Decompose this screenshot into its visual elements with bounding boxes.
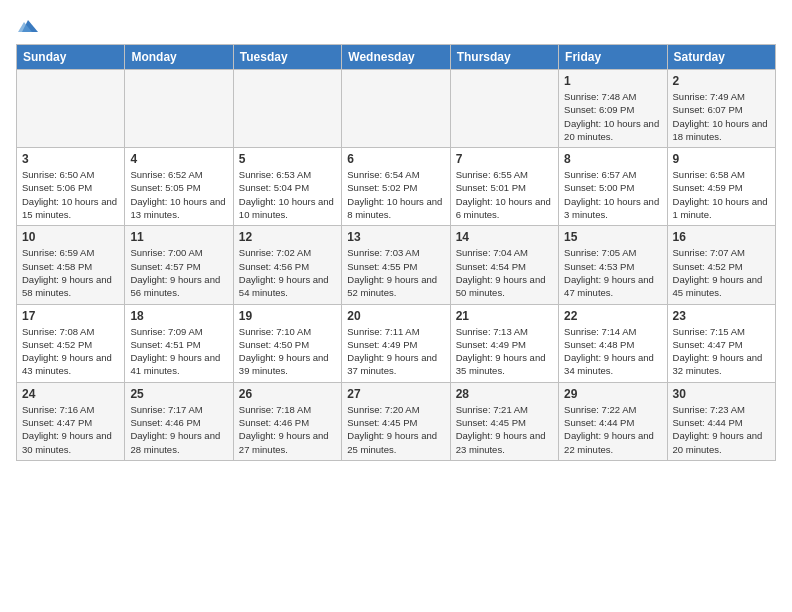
calendar-cell: 6Sunrise: 6:54 AMSunset: 5:02 PMDaylight… bbox=[342, 148, 450, 226]
day-info: Sunrise: 7:10 AMSunset: 4:50 PMDaylight:… bbox=[239, 325, 336, 378]
day-info: Sunrise: 7:17 AMSunset: 4:46 PMDaylight:… bbox=[130, 403, 227, 456]
day-info: Sunrise: 7:13 AMSunset: 4:49 PMDaylight:… bbox=[456, 325, 553, 378]
calendar-week-5: 24Sunrise: 7:16 AMSunset: 4:47 PMDayligh… bbox=[17, 382, 776, 460]
day-number: 14 bbox=[456, 230, 553, 244]
calendar-cell bbox=[125, 70, 233, 148]
calendar-cell: 15Sunrise: 7:05 AMSunset: 4:53 PMDayligh… bbox=[559, 226, 667, 304]
calendar-cell: 18Sunrise: 7:09 AMSunset: 4:51 PMDayligh… bbox=[125, 304, 233, 382]
day-number: 22 bbox=[564, 309, 661, 323]
calendar-cell: 2Sunrise: 7:49 AMSunset: 6:07 PMDaylight… bbox=[667, 70, 775, 148]
day-info: Sunrise: 7:21 AMSunset: 4:45 PMDaylight:… bbox=[456, 403, 553, 456]
day-number: 21 bbox=[456, 309, 553, 323]
day-info: Sunrise: 7:03 AMSunset: 4:55 PMDaylight:… bbox=[347, 246, 444, 299]
calendar-cell: 9Sunrise: 6:58 AMSunset: 4:59 PMDaylight… bbox=[667, 148, 775, 226]
calendar-header-row: SundayMondayTuesdayWednesdayThursdayFrid… bbox=[17, 45, 776, 70]
day-info: Sunrise: 6:57 AMSunset: 5:00 PMDaylight:… bbox=[564, 168, 661, 221]
day-info: Sunrise: 7:11 AMSunset: 4:49 PMDaylight:… bbox=[347, 325, 444, 378]
day-number: 12 bbox=[239, 230, 336, 244]
calendar-cell: 12Sunrise: 7:02 AMSunset: 4:56 PMDayligh… bbox=[233, 226, 341, 304]
calendar-cell: 4Sunrise: 6:52 AMSunset: 5:05 PMDaylight… bbox=[125, 148, 233, 226]
day-number: 3 bbox=[22, 152, 119, 166]
calendar-cell: 29Sunrise: 7:22 AMSunset: 4:44 PMDayligh… bbox=[559, 382, 667, 460]
day-info: Sunrise: 7:14 AMSunset: 4:48 PMDaylight:… bbox=[564, 325, 661, 378]
page-header bbox=[16, 16, 776, 36]
day-header-monday: Monday bbox=[125, 45, 233, 70]
calendar-table: SundayMondayTuesdayWednesdayThursdayFrid… bbox=[16, 44, 776, 461]
day-info: Sunrise: 6:59 AMSunset: 4:58 PMDaylight:… bbox=[22, 246, 119, 299]
day-header-saturday: Saturday bbox=[667, 45, 775, 70]
day-info: Sunrise: 7:07 AMSunset: 4:52 PMDaylight:… bbox=[673, 246, 770, 299]
day-number: 10 bbox=[22, 230, 119, 244]
day-header-tuesday: Tuesday bbox=[233, 45, 341, 70]
day-number: 17 bbox=[22, 309, 119, 323]
logo-icon bbox=[18, 16, 38, 36]
calendar-cell: 28Sunrise: 7:21 AMSunset: 4:45 PMDayligh… bbox=[450, 382, 558, 460]
calendar-cell: 1Sunrise: 7:48 AMSunset: 6:09 PMDaylight… bbox=[559, 70, 667, 148]
day-info: Sunrise: 7:49 AMSunset: 6:07 PMDaylight:… bbox=[673, 90, 770, 143]
day-number: 29 bbox=[564, 387, 661, 401]
calendar-cell: 5Sunrise: 6:53 AMSunset: 5:04 PMDaylight… bbox=[233, 148, 341, 226]
day-info: Sunrise: 6:55 AMSunset: 5:01 PMDaylight:… bbox=[456, 168, 553, 221]
day-info: Sunrise: 6:58 AMSunset: 4:59 PMDaylight:… bbox=[673, 168, 770, 221]
day-number: 8 bbox=[564, 152, 661, 166]
day-info: Sunrise: 6:53 AMSunset: 5:04 PMDaylight:… bbox=[239, 168, 336, 221]
calendar-week-1: 1Sunrise: 7:48 AMSunset: 6:09 PMDaylight… bbox=[17, 70, 776, 148]
calendar-cell: 24Sunrise: 7:16 AMSunset: 4:47 PMDayligh… bbox=[17, 382, 125, 460]
day-info: Sunrise: 7:23 AMSunset: 4:44 PMDaylight:… bbox=[673, 403, 770, 456]
day-number: 5 bbox=[239, 152, 336, 166]
day-info: Sunrise: 7:08 AMSunset: 4:52 PMDaylight:… bbox=[22, 325, 119, 378]
calendar-cell: 13Sunrise: 7:03 AMSunset: 4:55 PMDayligh… bbox=[342, 226, 450, 304]
calendar-cell bbox=[342, 70, 450, 148]
day-number: 15 bbox=[564, 230, 661, 244]
day-number: 28 bbox=[456, 387, 553, 401]
day-number: 11 bbox=[130, 230, 227, 244]
day-info: Sunrise: 7:15 AMSunset: 4:47 PMDaylight:… bbox=[673, 325, 770, 378]
calendar-cell: 17Sunrise: 7:08 AMSunset: 4:52 PMDayligh… bbox=[17, 304, 125, 382]
calendar-cell: 19Sunrise: 7:10 AMSunset: 4:50 PMDayligh… bbox=[233, 304, 341, 382]
calendar-cell: 23Sunrise: 7:15 AMSunset: 4:47 PMDayligh… bbox=[667, 304, 775, 382]
day-number: 30 bbox=[673, 387, 770, 401]
day-number: 23 bbox=[673, 309, 770, 323]
calendar-week-2: 3Sunrise: 6:50 AMSunset: 5:06 PMDaylight… bbox=[17, 148, 776, 226]
day-number: 27 bbox=[347, 387, 444, 401]
calendar-cell bbox=[17, 70, 125, 148]
day-number: 7 bbox=[456, 152, 553, 166]
day-header-friday: Friday bbox=[559, 45, 667, 70]
day-info: Sunrise: 6:52 AMSunset: 5:05 PMDaylight:… bbox=[130, 168, 227, 221]
day-number: 1 bbox=[564, 74, 661, 88]
calendar-cell: 25Sunrise: 7:17 AMSunset: 4:46 PMDayligh… bbox=[125, 382, 233, 460]
day-number: 13 bbox=[347, 230, 444, 244]
calendar-cell: 21Sunrise: 7:13 AMSunset: 4:49 PMDayligh… bbox=[450, 304, 558, 382]
day-info: Sunrise: 7:04 AMSunset: 4:54 PMDaylight:… bbox=[456, 246, 553, 299]
calendar-cell: 7Sunrise: 6:55 AMSunset: 5:01 PMDaylight… bbox=[450, 148, 558, 226]
logo bbox=[16, 16, 38, 36]
calendar-cell: 8Sunrise: 6:57 AMSunset: 5:00 PMDaylight… bbox=[559, 148, 667, 226]
day-number: 2 bbox=[673, 74, 770, 88]
day-info: Sunrise: 7:00 AMSunset: 4:57 PMDaylight:… bbox=[130, 246, 227, 299]
day-number: 24 bbox=[22, 387, 119, 401]
day-header-sunday: Sunday bbox=[17, 45, 125, 70]
day-number: 18 bbox=[130, 309, 227, 323]
day-number: 25 bbox=[130, 387, 227, 401]
day-info: Sunrise: 7:02 AMSunset: 4:56 PMDaylight:… bbox=[239, 246, 336, 299]
calendar-cell: 20Sunrise: 7:11 AMSunset: 4:49 PMDayligh… bbox=[342, 304, 450, 382]
calendar-cell: 16Sunrise: 7:07 AMSunset: 4:52 PMDayligh… bbox=[667, 226, 775, 304]
day-header-thursday: Thursday bbox=[450, 45, 558, 70]
day-info: Sunrise: 7:20 AMSunset: 4:45 PMDaylight:… bbox=[347, 403, 444, 456]
day-number: 26 bbox=[239, 387, 336, 401]
day-number: 16 bbox=[673, 230, 770, 244]
day-info: Sunrise: 7:05 AMSunset: 4:53 PMDaylight:… bbox=[564, 246, 661, 299]
day-info: Sunrise: 7:09 AMSunset: 4:51 PMDaylight:… bbox=[130, 325, 227, 378]
calendar-cell: 27Sunrise: 7:20 AMSunset: 4:45 PMDayligh… bbox=[342, 382, 450, 460]
day-info: Sunrise: 7:48 AMSunset: 6:09 PMDaylight:… bbox=[564, 90, 661, 143]
calendar-cell: 3Sunrise: 6:50 AMSunset: 5:06 PMDaylight… bbox=[17, 148, 125, 226]
day-info: Sunrise: 7:18 AMSunset: 4:46 PMDaylight:… bbox=[239, 403, 336, 456]
day-number: 6 bbox=[347, 152, 444, 166]
calendar-week-4: 17Sunrise: 7:08 AMSunset: 4:52 PMDayligh… bbox=[17, 304, 776, 382]
calendar-week-3: 10Sunrise: 6:59 AMSunset: 4:58 PMDayligh… bbox=[17, 226, 776, 304]
calendar-cell: 11Sunrise: 7:00 AMSunset: 4:57 PMDayligh… bbox=[125, 226, 233, 304]
calendar-cell: 22Sunrise: 7:14 AMSunset: 4:48 PMDayligh… bbox=[559, 304, 667, 382]
day-info: Sunrise: 7:16 AMSunset: 4:47 PMDaylight:… bbox=[22, 403, 119, 456]
day-info: Sunrise: 6:54 AMSunset: 5:02 PMDaylight:… bbox=[347, 168, 444, 221]
day-number: 9 bbox=[673, 152, 770, 166]
